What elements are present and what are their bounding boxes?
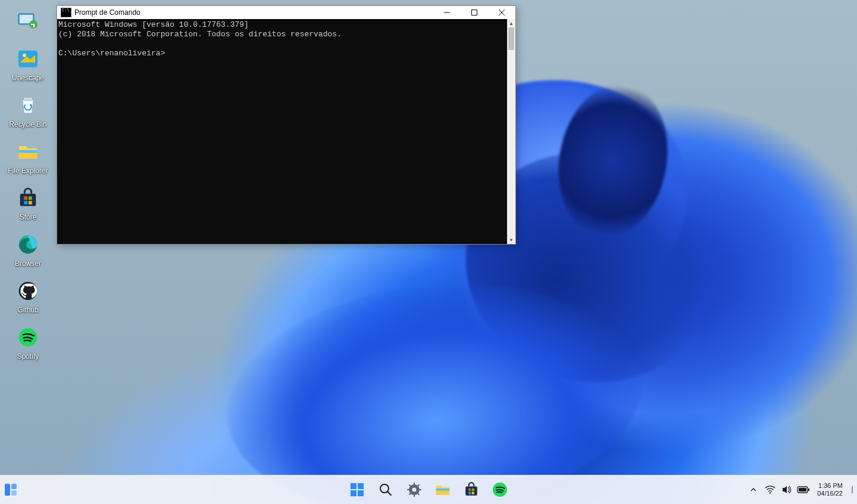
- recycle-bin-icon: [15, 93, 40, 118]
- store-icon: [463, 481, 480, 498]
- battery-icon: [797, 486, 810, 494]
- spotify-icon: [15, 325, 40, 350]
- svg-rect-17: [472, 10, 477, 15]
- command-prompt-window[interactable]: Prompt de Comando Microsoft Windows [ver…: [57, 5, 516, 245]
- chevron-up-icon: [750, 486, 757, 493]
- cmd-app-icon: [61, 8, 71, 17]
- taskbar-spotify[interactable]: [488, 478, 512, 502]
- start-button[interactable]: [345, 478, 369, 502]
- svg-rect-45: [472, 492, 474, 494]
- svg-rect-10: [29, 196, 32, 200]
- desktop-icon-recycle-bin[interactable]: Recycle Bin: [5, 93, 51, 129]
- desktop-icon-github[interactable]: Github: [5, 278, 51, 314]
- spotify-icon: [492, 481, 508, 498]
- taskbar-center: [345, 478, 512, 502]
- icon-label: File Explorer: [8, 167, 48, 175]
- taskbar-store[interactable]: [459, 478, 483, 502]
- battery-button[interactable]: [796, 478, 811, 502]
- svg-rect-32: [414, 494, 415, 497]
- svg-rect-5: [23, 98, 32, 101]
- notifications-button[interactable]: [849, 478, 856, 502]
- svg-rect-11: [24, 201, 27, 205]
- terminal-line: (c) 2018 Microsoft Corporation. Todos os…: [58, 30, 342, 39]
- terminal-prompt: C:\Users\renanoliveira>: [58, 49, 165, 58]
- svg-rect-42: [468, 489, 471, 491]
- close-button[interactable]: [488, 6, 515, 19]
- terminal-scrollbar[interactable]: ▲ ▼: [507, 19, 515, 244]
- svg-point-47: [770, 492, 771, 493]
- window-title: Prompt de Comando: [74, 8, 140, 17]
- svg-point-4: [23, 54, 26, 57]
- svg-rect-20: [5, 484, 10, 496]
- icon-label: Recycle Bin: [9, 120, 46, 129]
- clock-button[interactable]: 1:36 PM 04/16/22: [812, 482, 847, 497]
- desktop-icon-store[interactable]: Store: [5, 186, 51, 221]
- svg-rect-41: [465, 486, 477, 495]
- svg-rect-33: [407, 489, 410, 490]
- svg-rect-9: [24, 196, 27, 200]
- svg-rect-34: [418, 489, 421, 490]
- svg-line-28: [387, 492, 391, 495]
- gear-icon: [406, 482, 422, 497]
- svg-rect-31: [414, 483, 415, 486]
- clock-date: 04/16/22: [817, 490, 843, 497]
- clock-time: 1:36 PM: [818, 482, 843, 490]
- search-icon: [379, 483, 393, 497]
- icon-label: Browser: [15, 259, 41, 268]
- minimize-button[interactable]: [433, 6, 461, 19]
- icon-label: Unescape: [12, 74, 44, 82]
- icon-label: Spotify: [17, 352, 39, 361]
- desktop-icon-this-pc[interactable]: [5, 8, 51, 36]
- computer-icon: [15, 8, 40, 33]
- desktop-icons: Unescape Recycle Bin File: [0, 0, 56, 369]
- file-explorer-icon: [15, 139, 40, 164]
- wifi-button[interactable]: [762, 478, 778, 502]
- svg-rect-50: [808, 489, 809, 491]
- file-explorer-icon: [434, 481, 451, 498]
- scrollbar-thumb[interactable]: [508, 27, 514, 50]
- desktop-icon-browser[interactable]: Browser: [5, 232, 51, 268]
- taskbar-left: [2, 475, 20, 504]
- settings-button[interactable]: [402, 478, 426, 502]
- svg-point-30: [412, 488, 417, 492]
- taskbar-file-explorer[interactable]: [431, 478, 455, 502]
- tray-overflow-button[interactable]: [746, 478, 761, 502]
- svg-rect-44: [468, 492, 471, 494]
- svg-rect-25: [351, 490, 356, 496]
- desktop[interactable]: Unescape Recycle Bin File: [0, 0, 857, 504]
- terminal-output[interactable]: Microsoft Windows [versão 10.0.17763.379…: [57, 19, 507, 244]
- icon-label: Github: [17, 306, 38, 314]
- widgets-button[interactable]: [2, 480, 20, 500]
- svg-rect-7: [19, 150, 37, 153]
- desktop-icon-unescape[interactable]: Unescape: [5, 46, 51, 82]
- icon-label: Store: [20, 213, 37, 221]
- svg-rect-12: [29, 201, 32, 205]
- volume-button[interactable]: [779, 478, 795, 502]
- svg-rect-21: [11, 484, 17, 489]
- svg-rect-24: [358, 483, 364, 489]
- system-tray: 1:36 PM 04/16/22: [746, 475, 856, 504]
- store-icon: [15, 186, 40, 211]
- svg-rect-26: [358, 490, 364, 496]
- terminal-line: Microsoft Windows [versão 10.0.17763.379…: [58, 20, 249, 29]
- svg-rect-43: [472, 489, 474, 491]
- svg-rect-51: [852, 486, 853, 493]
- edge-browser-icon: [15, 232, 40, 257]
- wifi-icon: [765, 484, 775, 495]
- desktop-icon-file-explorer[interactable]: File Explorer: [5, 139, 51, 175]
- window-titlebar[interactable]: Prompt de Comando: [57, 6, 515, 19]
- search-button[interactable]: [374, 478, 398, 502]
- taskbar: 1:36 PM 04/16/22: [0, 475, 857, 504]
- window-controls: [433, 6, 515, 19]
- maximize-button[interactable]: [461, 6, 488, 19]
- scroll-down-arrow-icon[interactable]: ▼: [507, 236, 515, 244]
- svg-rect-40: [436, 489, 449, 491]
- unescape-icon: [15, 46, 40, 71]
- github-icon: [15, 278, 40, 303]
- svg-rect-22: [11, 490, 17, 496]
- svg-rect-8: [20, 193, 36, 206]
- svg-rect-49: [799, 488, 806, 492]
- desktop-icon-spotify[interactable]: Spotify: [5, 325, 51, 361]
- scroll-up-arrow-icon[interactable]: ▲: [507, 19, 515, 27]
- speaker-icon: [781, 484, 792, 495]
